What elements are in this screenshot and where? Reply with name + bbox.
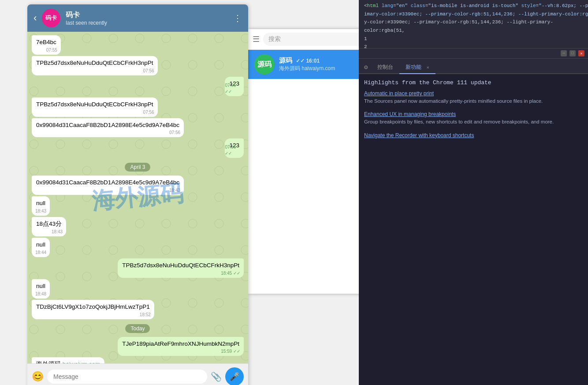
feature-desc: Group breakpoints by files, new shortcut… [364, 118, 583, 126]
emoji-button[interactable]: 😊 [32, 371, 44, 382]
devtools-tabs: ⚙ 控制台 新功能 ✕ [359, 59, 588, 74]
message-bubble: 123 07:56 ✓✓ [225, 77, 244, 96]
contact-list-item[interactable]: 源码 源码 ✓✓ 16:01 海外源码 haiwaiym.com [248, 50, 376, 79]
contact-name: 源码 ✓✓ 16:01 [279, 56, 370, 65]
message-bubble: TJeP189piaAtReF9mhroXNJHumbkN2mpPt 15:59… [118, 337, 244, 356]
code-line: <html lang="en" class="is-mobile is-andr… [364, 2, 583, 10]
message-bubble: TDzBjCt6LV9gX1o7zoQokjJBjHmLwzTpP1 18:52 [32, 300, 154, 319]
header-menu-button[interactable]: ⋮ [233, 13, 242, 23]
header-info: 码卡 last seen recently [66, 11, 228, 26]
message-bubble: TPBz5d7dsx8eNuHuDduQtECbCFrkH3npPt 07:56 [32, 56, 158, 75]
devtools-content: Highlights from the Chrome 111 update Au… [359, 74, 588, 385]
message-bubble: null 18:48 [32, 279, 50, 299]
message-bubble: TPBz5d7dsx8eNuHuDduQtECbCFrkH3npPt 18:45… [118, 258, 244, 278]
message-time: 07:56 [143, 68, 154, 74]
message-bubble: null 18:43 [32, 196, 50, 216]
avatar: 码卡 [42, 9, 60, 27]
tab-new-features[interactable]: 新功能 ✕ [399, 61, 435, 74]
message-bubble: 7eB4bc 07:55 [32, 35, 61, 55]
tab-console[interactable]: 控制台 [371, 61, 399, 74]
telegram-mobile-panel: ‹ 码卡 码卡 last seen recently ⋮ 海外源码 7eB4bc… [27, 4, 248, 385]
back-button[interactable]: ‹ [33, 12, 37, 24]
mic-button[interactable]: 🎤 [225, 367, 244, 385]
search-input[interactable]: 搜索 [263, 33, 372, 46]
feature-item: Navigate the Recorder with keyboard shor… [364, 132, 583, 138]
devtools-code-area: <html lang="en" class="is-mobile is-andr… [359, 0, 588, 49]
message-bubble: 海外源码 haiwaiym.com 16:01 [32, 357, 104, 363]
close-button[interactable]: ✕ [578, 50, 584, 56]
highlight-title: Highlights from the Chrome 111 update [364, 79, 583, 86]
message-time: 07:56 ✓✓ [225, 144, 240, 157]
message-input[interactable] [47, 370, 207, 384]
message-bubble: 123 07:56 ✓✓ [225, 138, 244, 158]
date-divider: Today [32, 324, 244, 332]
tab-close-button[interactable]: ✕ [427, 65, 429, 70]
contact-info: 源码 ✓✓ 16:01 海外源码 haiwaiym.com [279, 56, 370, 72]
contact-status: last seen recently [66, 20, 228, 26]
message-bubble: null 18:44 [32, 238, 50, 257]
contact-avatar: 源码 [254, 54, 275, 75]
message-bubble: 18点43分 18:43 [32, 217, 66, 236]
telegram-desktop-left: ☰ 搜索 源码 源码 ✓✓ 16:01 海外源码 haiwaiym.com [248, 29, 376, 294]
feature-item: Enhanced UX in managing breakpoints Grou… [364, 111, 583, 126]
mobile-input-bar: 😊 📎 🎤 [27, 363, 248, 385]
message-time: 07:56 ✓✓ [225, 82, 240, 95]
message-bubble: 0x99084d31CaacaF8B2bD1A2898E4e5c9d9A7eB4… [32, 118, 184, 138]
code-line: imary-color:#3390ec; --primary-color-rgb… [364, 10, 583, 19]
message-bubble: TPBz5d7dsx8eNuHuDduQtECbCFrkH3npPt 07:56 [32, 97, 158, 117]
date-divider: April 3 [32, 163, 244, 171]
feature-desc: The Sources panel now automatically pret… [364, 97, 583, 105]
mobile-header: ‹ 码卡 码卡 last seen recently ⋮ [27, 4, 248, 32]
search-bar: ☰ 搜索 [248, 29, 376, 50]
contact-name: 码卡 [66, 11, 228, 20]
mobile-chat-area: 海外源码 7eB4bc 07:55 TPBz5d7dsx8eNuHuDduQtE… [27, 32, 248, 363]
feature-title[interactable]: Navigate the Recorder with keyboard shor… [364, 132, 583, 138]
hamburger-icon[interactable]: ☰ [253, 34, 260, 44]
feature-title[interactable]: Enhanced UX in managing breakpoints [364, 111, 583, 117]
message-bubble: 0x99084d31CaacaF8B2bD1A2898E4e5c9d9A7eB4… [32, 176, 184, 195]
haiwaiym-link[interactable]: haiwaiym.com [63, 361, 100, 363]
feature-item: Automatic in place pretty print The Sour… [364, 90, 583, 105]
devtools-panel: <html lang="en" class="is-mobile is-andr… [359, 0, 588, 385]
contact-preview: 海外源码 haiwaiym.com [279, 65, 370, 72]
attach-button[interactable]: 📎 [211, 371, 222, 382]
message-time: 07:55 [46, 47, 57, 53]
maximize-button[interactable]: □ [569, 50, 576, 56]
devtools-gear-icon[interactable]: ⚙ [364, 64, 368, 71]
feature-title[interactable]: Automatic in place pretty print [364, 90, 583, 97]
minimize-button[interactable]: — [561, 50, 567, 56]
